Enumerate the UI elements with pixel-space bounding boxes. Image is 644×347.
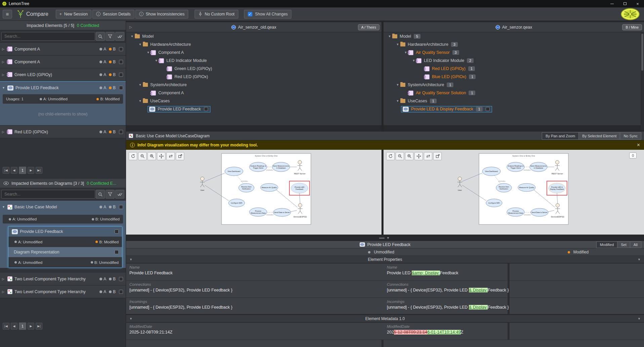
reset-view-button[interactable] (386, 152, 395, 160)
zoom-out-button[interactable] (138, 152, 147, 160)
sync-by-selected-element-button[interactable]: By Selected Element (579, 132, 620, 140)
collapsed-arrow-icon[interactable]: ▷ (2, 277, 7, 281)
zoom-out-button[interactable] (396, 152, 404, 160)
diagram-row[interactable]: ▼ Basic Use Case Model A B (0, 201, 126, 213)
open-external-button[interactable] (176, 152, 184, 160)
tree-node[interactable]: ▼Air Quality Sensor3 (384, 48, 641, 57)
tree-node[interactable]: ▼SystemArchitecture (126, 81, 381, 89)
filter-set-button[interactable]: Set (617, 241, 630, 248)
diagram-representation-row[interactable]: Diagram Representation (8, 247, 122, 257)
zoom-in-button[interactable] (148, 152, 156, 160)
element-row[interactable]: ▷ Component A A B (0, 43, 126, 56)
last-page-button[interactable]: ▶| (36, 167, 42, 174)
hamburger-menu-button[interactable]: ≡ (3, 10, 12, 19)
filter-modified-button[interactable]: Modified (596, 241, 618, 248)
expanded-arrow-icon[interactable]: ▼ (129, 35, 135, 38)
show-inconsistencies-button[interactable]: !Show Inconsistencies (135, 10, 188, 19)
tree-node[interactable]: ▼Model (126, 32, 381, 40)
node-checkbox[interactable] (486, 107, 490, 111)
tree-node[interactable]: ▼HardwareArchitecture (126, 40, 381, 48)
element-metadata-section-bar[interactable]: ▼ Element Metadata 1.0 ▼ (126, 315, 644, 322)
first-page-button[interactable]: |◀ (3, 167, 9, 174)
maximize-button[interactable] (618, 0, 631, 7)
tree-node-selected[interactable]: Provide LED & Display Feedback1 (384, 105, 641, 113)
tree-node[interactable]: Blue LED (GPIOx)1 (384, 73, 641, 81)
tree-node[interactable]: ▼LED Indicator Module (126, 57, 381, 65)
tree-node[interactable]: ▼HardwareArchitecture3 (384, 40, 641, 48)
scrollbar-thumb[interactable] (641, 34, 643, 71)
close-button[interactable]: × (631, 0, 644, 7)
tree-node[interactable]: Red LED (GPIOy)1 (384, 65, 641, 73)
splitter-grip[interactable] (379, 238, 385, 239)
filter-button[interactable] (106, 32, 115, 41)
tree-node[interactable]: Red LED (GPIOx) (126, 73, 381, 81)
select-all-button[interactable] (115, 190, 124, 199)
tree-node[interactable]: ▼UseCases (126, 97, 381, 105)
next-page-button[interactable]: ▶ (28, 167, 34, 174)
diagram-row[interactable]: ▷ Two Level Component Type Hierarchy A B (0, 273, 126, 285)
expanded-arrow-icon[interactable]: ▼ (395, 99, 400, 103)
element-row[interactable]: ▷ Component A A B (0, 56, 126, 68)
zoom-in-button[interactable] (405, 152, 413, 160)
expanded-arrow-icon[interactable]: ▼ (387, 35, 392, 38)
minimize-button[interactable] (606, 0, 618, 7)
filter-button[interactable] (106, 190, 115, 199)
no-custom-root-button[interactable]: No Custom Root (195, 10, 238, 19)
row-checkbox[interactable] (119, 86, 123, 90)
diagram-row[interactable]: ▷ Two Level Component Type Hierarchy A B (0, 285, 126, 298)
expanded-arrow-icon[interactable]: ▼ (395, 43, 400, 46)
expanded-arrow-icon[interactable]: ▼ (137, 99, 143, 103)
swap-sync-button[interactable] (166, 152, 175, 160)
row-checkbox[interactable] (119, 130, 123, 134)
tree-node[interactable]: ▼Model5 (384, 32, 641, 40)
prev-page-button[interactable]: ◀ (11, 167, 17, 174)
collapse-triangle-icon[interactable]: ▼ (638, 258, 641, 261)
row-checkbox[interactable] (119, 290, 123, 294)
tree-node[interactable]: ▼Component A (126, 48, 381, 57)
tree-node-selected[interactable]: Provide LED Feedback (126, 105, 381, 113)
splitter-collapse-icon[interactable]: ▼ (387, 236, 390, 240)
tree-node[interactable]: ▼UseCases1 (384, 97, 641, 105)
collapse-triangle-icon[interactable]: ▼ (129, 317, 132, 320)
current-page[interactable]: 1 (19, 167, 26, 174)
tree-node[interactable]: Air Quality Sensor Solution1 (384, 89, 641, 97)
info-close-icon[interactable]: × (637, 142, 640, 148)
tree-b-vscrollbar[interactable] (641, 32, 644, 130)
diagram-divider[interactable] (381, 150, 384, 235)
element-properties-section-bar[interactable]: ▼ Element Properties ▼ (126, 256, 644, 263)
show-all-changes-checkbox[interactable]: ✓ (248, 12, 252, 16)
collapse-triangle-icon[interactable]: ▼ (638, 317, 641, 320)
element-row[interactable]: ▷ Green LED (GPIOy) A B (0, 68, 126, 81)
node-checkbox[interactable] (204, 107, 208, 111)
expanded-arrow-icon[interactable]: ▼ (137, 43, 143, 46)
swap-sync-button[interactable] (424, 152, 432, 160)
collapsed-arrow-icon[interactable]: ▷ (2, 290, 7, 293)
collapse-triangle-icon[interactable]: ▼ (129, 258, 132, 261)
sync-by-pan-zoom-button[interactable]: By Pan and Zoom (542, 132, 579, 140)
row-checkbox[interactable] (119, 73, 123, 77)
expanded-arrow-icon[interactable]: ▼ (2, 205, 7, 209)
panel-divider[interactable] (381, 21, 384, 132)
pan-button[interactable] (157, 152, 165, 160)
selected-diagram-element-card[interactable]: Provide LED Feedback A: Unmodified B: Mo… (8, 226, 122, 268)
diagram-element-row[interactable]: Provide LED Feedback (8, 227, 122, 237)
elements-search-input[interactable] (1, 32, 95, 41)
tree-node[interactable]: Component A (126, 89, 381, 97)
usecase-diagram-b[interactable]: System One or Entity One«include»«includ… (384, 150, 644, 235)
reset-view-button[interactable] (129, 152, 137, 160)
show-all-changes-toggle[interactable]: ✓ Show All Changes (244, 10, 291, 19)
pan-button[interactable] (414, 152, 423, 160)
row-checkbox[interactable] (119, 277, 123, 281)
element-row[interactable]: ▷ Red LED (GPIOx) A B (0, 126, 126, 138)
prev-page-button[interactable]: ◀ (11, 323, 17, 329)
row-checkbox[interactable] (119, 47, 123, 51)
expanded-arrow-icon[interactable]: ▼ (137, 83, 143, 86)
expanded-arrow-icon[interactable]: ▼ (395, 83, 400, 86)
row-checkbox[interactable] (115, 250, 119, 254)
tree-node[interactable]: ▼SystemArchitecture1 (384, 81, 641, 89)
diagrams-search-input[interactable] (1, 190, 95, 199)
select-all-button[interactable] (115, 32, 124, 41)
tree-node[interactable]: Green LED (GPIOy) (126, 65, 381, 73)
expanded-arrow-icon[interactable]: ▼ (2, 86, 7, 90)
search-button[interactable] (96, 32, 105, 41)
